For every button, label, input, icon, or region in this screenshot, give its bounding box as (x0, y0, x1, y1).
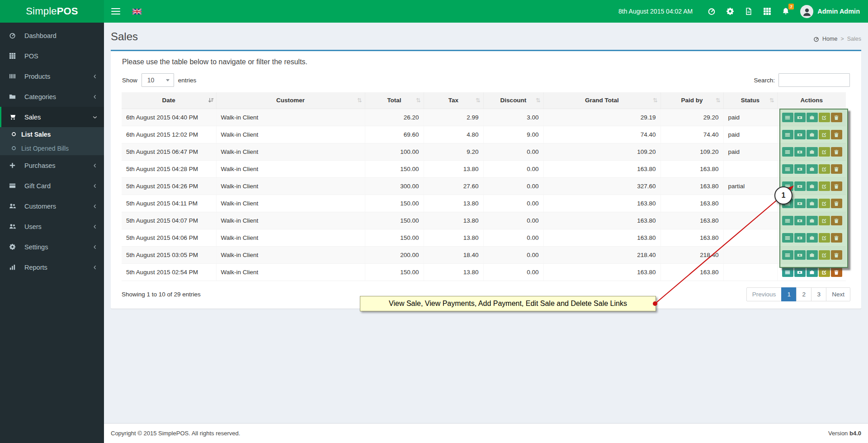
user-menu[interactable]: Admin Admin (800, 5, 860, 18)
pagination-page-2[interactable]: 2 (796, 287, 811, 301)
view-sale-button[interactable] (782, 250, 793, 260)
delete-sale-button[interactable] (831, 199, 842, 208)
view-sale-button[interactable] (782, 216, 793, 225)
sidebar-subitem-list-opened-bills[interactable]: List Opened Bills (0, 141, 104, 155)
sidebar-item-sales[interactable]: Sales (0, 107, 104, 127)
view-payments-button[interactable] (794, 267, 806, 277)
view-payments-button[interactable] (794, 181, 806, 191)
pagination-page-1[interactable]: 1 (781, 287, 797, 301)
delete-sale-button[interactable] (831, 216, 842, 225)
briefcase-icon (809, 184, 815, 189)
edit-sale-button[interactable] (819, 250, 830, 260)
navbar-left (104, 0, 142, 23)
edit-sale-button[interactable] (819, 216, 830, 225)
sidebar-subitem-label: List Sales (21, 131, 51, 138)
column-header-paid-by[interactable]: Paid by⇅ (660, 92, 723, 109)
view-payments-button[interactable] (794, 199, 806, 208)
edit-sale-button[interactable] (819, 199, 830, 208)
cell-status (723, 212, 777, 229)
add-payment-button[interactable] (807, 250, 818, 260)
sidebar-subitem-list-sales[interactable]: List Sales (0, 127, 104, 141)
view-sale-button[interactable] (782, 267, 793, 277)
add-payment-button[interactable] (807, 199, 818, 208)
sidebar-toggle-icon[interactable] (111, 8, 120, 15)
sidebar-item-reports[interactable]: Reports (0, 257, 104, 277)
pagination-previous[interactable]: Previous (746, 287, 782, 301)
sidebar-item-label: Reports (24, 264, 47, 271)
delete-sale-button[interactable] (831, 181, 842, 191)
view-sale-button[interactable] (782, 233, 793, 243)
delete-sale-button[interactable] (831, 113, 842, 122)
edit-sale-button[interactable] (819, 113, 830, 122)
column-header-total[interactable]: Total⇅ (365, 92, 424, 109)
sidebar-item-categories[interactable]: Categories (0, 86, 104, 107)
pagination-next[interactable]: Next (826, 287, 850, 301)
edit-sale-button[interactable] (819, 267, 830, 277)
briefcase-icon (809, 252, 815, 258)
gauge-icon[interactable] (708, 7, 716, 15)
sidebar-item-dashboard[interactable]: Dashboard (0, 25, 104, 46)
edit-sale-button[interactable] (819, 130, 830, 139)
view-payments-button[interactable] (794, 233, 806, 243)
sidebar-item-products[interactable]: Products (0, 66, 104, 86)
view-payments-button[interactable] (794, 164, 806, 174)
sidebar-item-customers[interactable]: Customers (0, 196, 104, 216)
add-payment-button[interactable] (807, 164, 818, 174)
page-length-select[interactable]: 10 (142, 73, 174, 87)
sidebar-item-settings[interactable]: Settings (0, 237, 104, 257)
app-logo-bold: POS (57, 5, 78, 17)
column-header-grand-total[interactable]: Grand Total⇅ (543, 92, 660, 109)
delete-sale-button[interactable] (831, 164, 842, 174)
view-payments-button[interactable] (794, 216, 806, 225)
column-header-customer[interactable]: Customer⇅ (216, 92, 365, 109)
add-payment-button[interactable] (807, 181, 818, 191)
delete-sale-button[interactable] (831, 233, 842, 243)
delete-sale-button[interactable] (831, 147, 842, 157)
add-payment-button[interactable] (807, 233, 818, 243)
add-payment-button[interactable] (807, 216, 818, 225)
edit-sale-button[interactable] (819, 164, 830, 174)
sidebar-item-pos[interactable]: POS (0, 46, 104, 66)
cell-total: 26.20 (365, 109, 424, 126)
sidebar-item-users[interactable]: Users (0, 216, 104, 237)
copyright-text: Copyright © 2015 SimplePOS. All rights r… (111, 430, 240, 437)
briefcase-icon (809, 218, 815, 224)
view-payments-button[interactable] (794, 113, 806, 122)
sidebar-item-purchases[interactable]: Purchases (0, 155, 104, 176)
view-sale-button[interactable] (782, 113, 793, 122)
view-payments-button[interactable] (794, 130, 806, 139)
delete-sale-button[interactable] (831, 250, 842, 260)
column-header-status[interactable]: Status⇅ (723, 92, 777, 109)
column-header-tax[interactable]: Tax⇅ (424, 92, 483, 109)
delete-sale-button[interactable] (831, 130, 842, 139)
view-payments-button[interactable] (794, 147, 806, 157)
language-flag-uk-icon[interactable] (132, 9, 142, 14)
gears-icon[interactable] (726, 7, 734, 15)
app-logo-light: Simple (26, 5, 57, 17)
breadcrumb-home-link[interactable]: Home (822, 36, 837, 42)
view-sale-button[interactable] (782, 130, 793, 139)
cell-date: 6th August 2015 12:02 PM (122, 126, 216, 143)
app-logo[interactable]: SimplePOS (0, 0, 104, 23)
pagination-page-3[interactable]: 3 (811, 287, 826, 301)
add-payment-button[interactable] (807, 147, 818, 157)
column-header-date[interactable]: Date (122, 92, 216, 109)
add-payment-button[interactable] (807, 130, 818, 139)
edit-sale-button[interactable] (819, 181, 830, 191)
sidebar-item-gift-card[interactable]: Gift Card (0, 176, 104, 196)
grid-icon[interactable] (763, 7, 771, 15)
pencil-icon (821, 252, 827, 258)
delete-sale-button[interactable] (831, 267, 842, 277)
file-icon[interactable] (745, 7, 753, 15)
search-input[interactable] (778, 73, 850, 87)
bell-icon[interactable]: 7 (782, 7, 790, 15)
add-payment-button[interactable] (807, 113, 818, 122)
view-payments-button[interactable] (794, 250, 806, 260)
edit-sale-button[interactable] (819, 147, 830, 157)
add-payment-button[interactable] (807, 267, 818, 277)
column-header-discount[interactable]: Discount⇅ (483, 92, 543, 109)
edit-sale-button[interactable] (819, 233, 830, 243)
view-sale-button[interactable] (782, 164, 793, 174)
cell-customer: Walk-in Client (216, 178, 365, 195)
view-sale-button[interactable] (782, 147, 793, 157)
